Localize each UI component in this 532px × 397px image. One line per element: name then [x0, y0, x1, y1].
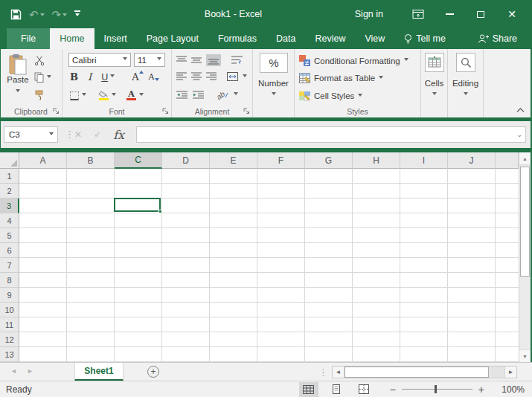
tab-insert[interactable]: Insert — [94, 28, 137, 49]
cell-styles-button[interactable]: Cell Styles — [299, 91, 362, 101]
row-header-12[interactable]: 12 — [0, 332, 19, 347]
formula-input[interactable]: ⌄ — [136, 126, 526, 143]
minimize-button[interactable] — [434, 3, 465, 25]
orientation-icon[interactable]: ab — [217, 90, 228, 100]
editing-button[interactable] — [456, 53, 475, 72]
column-header-G[interactable]: G — [305, 152, 353, 169]
zoom-out-button[interactable]: − — [384, 384, 402, 396]
row-header-9[interactable]: 9 — [0, 288, 19, 303]
font-family-select[interactable]: Calibri — [68, 53, 131, 67]
undo-icon[interactable]: ↶ — [29, 9, 45, 20]
column-header-A[interactable]: A — [19, 152, 67, 169]
increase-font-size-button[interactable]: A — [132, 71, 138, 83]
copy-button[interactable] — [34, 72, 51, 83]
zoom-level[interactable]: 100% — [495, 384, 525, 395]
cells-button[interactable] — [425, 53, 444, 72]
redo-icon[interactable]: ↷ — [52, 9, 68, 20]
customize-quick-access-icon[interactable] — [74, 10, 80, 19]
zoom-slider-handle[interactable] — [435, 385, 438, 393]
clipboard-dialog-launcher-icon[interactable] — [53, 108, 60, 114]
cells-area[interactable] — [19, 169, 519, 362]
underline-button[interactable]: U — [101, 72, 115, 83]
tab-home[interactable]: Home — [50, 28, 94, 49]
align-left-icon[interactable] — [176, 72, 187, 81]
page-break-preview-icon[interactable] — [354, 382, 374, 397]
column-header-F[interactable]: F — [257, 152, 305, 169]
save-icon[interactable] — [10, 9, 22, 20]
merge-center-icon[interactable] — [227, 72, 238, 81]
bottom-align-icon[interactable] — [206, 54, 221, 66]
name-box[interactable]: C3 — [4, 126, 58, 143]
font-size-select[interactable]: 11 — [134, 53, 165, 67]
column-header-B[interactable]: B — [67, 152, 115, 169]
vertical-scrollbar[interactable]: ▲ ▼ — [519, 152, 531, 362]
collapse-ribbon-icon[interactable] — [516, 108, 525, 113]
new-sheet-button[interactable]: + — [147, 366, 159, 378]
fill-handle[interactable] — [158, 210, 162, 213]
column-header-I[interactable]: I — [400, 152, 448, 169]
middle-align-icon[interactable] — [191, 56, 202, 65]
row-header-5[interactable]: 5 — [0, 228, 19, 243]
row-header-2[interactable]: 2 — [0, 184, 19, 198]
tab-file[interactable]: File — [7, 28, 50, 49]
previous-sheet-icon[interactable]: ◄ — [10, 367, 17, 375]
row-header-7[interactable]: 7 — [0, 258, 19, 273]
tab-formulas[interactable]: Formulas — [208, 28, 266, 49]
bold-button[interactable]: B — [70, 71, 78, 83]
tab-data[interactable]: Data — [266, 28, 305, 49]
cells-dropdown-arrow[interactable] — [421, 92, 447, 97]
format-painter-button[interactable] — [34, 90, 45, 100]
share-button[interactable]: Share — [468, 28, 532, 49]
number-dropdown-arrow[interactable] — [253, 92, 294, 97]
cells-group-button-label[interactable]: Cells — [421, 79, 447, 88]
paste-button[interactable]: Paste — [3, 52, 33, 107]
tab-view[interactable]: View — [355, 28, 394, 49]
conditional-formatting-button[interactable]: Conditional Formatting — [299, 55, 408, 66]
close-button[interactable]: ✕ — [496, 3, 528, 25]
increase-indent-icon[interactable] — [193, 91, 204, 100]
row-header-4[interactable]: 4 — [0, 213, 19, 228]
sheet-tab-sheet1[interactable]: Sheet1 — [74, 363, 124, 381]
top-align-icon[interactable] — [176, 56, 187, 65]
editing-group-button-label[interactable]: Editing — [448, 79, 483, 88]
row-header-6[interactable]: 6 — [0, 243, 19, 258]
row-header-11[interactable]: 11 — [0, 317, 19, 332]
cut-button[interactable] — [34, 55, 45, 65]
column-header-partial[interactable] — [496, 152, 519, 169]
tab-tell-me[interactable]: Tell me — [394, 28, 455, 49]
maximize-button[interactable] — [465, 3, 496, 25]
row-header-13[interactable]: 13 — [0, 347, 19, 362]
wrap-text-icon[interactable] — [231, 56, 243, 65]
zoom-in-button[interactable]: + — [472, 384, 490, 396]
column-header-D[interactable]: D — [162, 152, 210, 169]
horizontal-scrollbar-thumb[interactable] — [344, 367, 489, 378]
normal-view-icon[interactable] — [299, 382, 318, 397]
scroll-down-icon[interactable]: ▼ — [519, 349, 531, 362]
fill-color-button[interactable] — [98, 91, 109, 100]
row-header-10[interactable]: 10 — [0, 303, 19, 317]
column-header-J[interactable]: J — [448, 152, 496, 169]
italic-button[interactable]: I — [88, 71, 92, 83]
tab-review[interactable]: Review — [305, 28, 355, 49]
format-as-table-button[interactable]: Format as Table — [299, 73, 383, 83]
zoom-slider[interactable] — [402, 389, 472, 390]
row-header-1[interactable]: 1 — [0, 169, 19, 184]
active-cell-selection[interactable] — [114, 198, 161, 212]
row-header-8[interactable]: 8 — [0, 273, 19, 288]
enter-icon[interactable]: ✓ — [94, 129, 101, 140]
vertical-scrollbar-thumb[interactable] — [520, 167, 530, 277]
decrease-font-size-button[interactable]: A — [149, 72, 155, 82]
center-icon[interactable] — [191, 72, 202, 81]
column-header-H[interactable]: H — [353, 152, 400, 169]
borders-button[interactable] — [70, 91, 79, 100]
insert-function-icon[interactable]: fx — [113, 128, 124, 142]
expand-formula-bar-icon[interactable]: ⌄ — [516, 131, 522, 138]
scroll-up-icon[interactable]: ▲ — [519, 152, 531, 165]
alignment-dialog-launcher-icon[interactable] — [243, 108, 250, 114]
align-right-icon[interactable] — [206, 72, 217, 81]
decrease-indent-icon[interactable] — [176, 91, 188, 100]
number-format-button[interactable]: % — [260, 53, 288, 73]
select-all-corner[interactable] — [0, 152, 19, 169]
name-box-dropdown-arrow[interactable] — [49, 132, 54, 138]
next-sheet-icon[interactable]: ► — [27, 367, 33, 375]
